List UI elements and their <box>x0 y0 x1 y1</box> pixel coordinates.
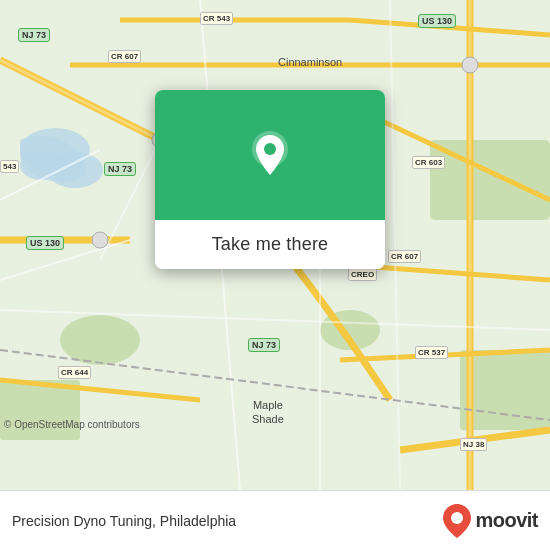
moovit-pin-icon <box>443 504 471 538</box>
svg-point-31 <box>462 57 478 73</box>
svg-point-32 <box>92 232 108 248</box>
svg-point-35 <box>451 512 463 524</box>
take-me-there-button[interactable]: Take me there <box>155 220 385 269</box>
popup-card: Take me there <box>155 90 385 269</box>
map-container: CR 543 US 130 NJ 73 CR 607 Cinnaminson 5… <box>0 0 550 490</box>
moovit-logo: moovit <box>443 504 538 538</box>
bottom-bar: Precision Dyno Tuning, Philadelphia moov… <box>0 490 550 550</box>
svg-point-34 <box>264 143 276 155</box>
place-name: Precision Dyno Tuning, Philadelphia <box>12 513 236 529</box>
svg-point-7 <box>60 315 140 365</box>
popup-green-area <box>155 90 385 220</box>
copyright-text: © OpenStreetMap contributors <box>4 419 140 430</box>
location-pin-icon <box>242 127 298 183</box>
moovit-text: moovit <box>475 509 538 532</box>
